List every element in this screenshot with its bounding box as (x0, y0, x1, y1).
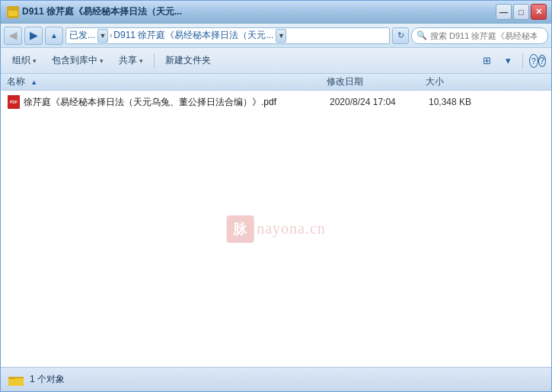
window-icon (7, 6, 19, 18)
watermark-logo-text: 脉 (233, 220, 247, 238)
title-bar-left: D911 徐芹庭《易经秘本择日法（天元... (7, 5, 182, 18)
view-dropdown-button[interactable]: ▾ (499, 52, 517, 70)
breadcrumb-bar: 已发... ▼ › D911 徐芹庭《易经秘本择日法（天元... ▼ (65, 27, 390, 44)
title-bar: D911 徐芹庭《易经秘本择日法（天元... — □ ✕ (1, 1, 551, 24)
status-bar: 1 个对象 (1, 367, 551, 391)
view-icon: ⊞ (483, 55, 491, 66)
file-list: PDF 徐芹庭《易经秘本择日法（天元乌兔、董公择日法合编）》.pdf 2020/… (1, 91, 551, 367)
status-folder-icon (8, 374, 24, 386)
back-button[interactable]: ◀ (4, 27, 22, 45)
watermark-text: nayona.cn (257, 220, 326, 237)
table-row[interactable]: PDF 徐芹庭《易经秘本择日法（天元乌兔、董公择日法合编）》.pdf 2020/… (1, 94, 551, 110)
svg-rect-1 (8, 11, 18, 16)
watermark-logo: 脉 (226, 215, 254, 243)
include-library-button[interactable]: 包含到库中 ▾ (45, 51, 110, 71)
new-folder-label: 新建文件夹 (165, 54, 211, 67)
close-button[interactable]: ✕ (531, 4, 547, 20)
window-controls: — □ ✕ (496, 4, 547, 20)
include-label: 包含到库中 (52, 54, 97, 67)
breadcrumb-dropdown-1[interactable]: ▼ (97, 29, 108, 43)
file-size: 10,348 KB (429, 97, 505, 107)
view-dropdown-icon: ▾ (506, 55, 511, 66)
help-icon: ? (529, 54, 538, 68)
search-icon: 🔍 (416, 30, 427, 40)
refresh-button[interactable]: ↻ (392, 27, 409, 44)
organize-dropdown-icon: ▾ (33, 57, 37, 65)
share-label: 共享 (119, 54, 137, 67)
share-dropdown-icon: ▾ (139, 57, 143, 65)
column-headers: 名称 ▲ 修改日期 大小 (1, 74, 551, 91)
minimize-button[interactable]: — (496, 4, 512, 20)
file-date: 2020/8/24 17:04 (330, 97, 429, 107)
pdf-icon: PDF (8, 95, 20, 109)
col-header-size[interactable]: 大小 (426, 75, 502, 88)
file-icon: PDF (7, 95, 21, 109)
up-icon: ▲ (50, 31, 58, 40)
address-bar: ◀ ▶ ▲ 已发... ▼ › D911 徐芹庭《易经秘本择日法（天元... ▼… (1, 24, 551, 48)
new-folder-button[interactable]: 新建文件夹 (158, 51, 218, 71)
toolbar-separator-2 (522, 53, 523, 69)
include-dropdown-icon: ▾ (100, 57, 104, 65)
svg-rect-2 (10, 8, 13, 10)
explorer-window: D911 徐芹庭《易经秘本择日法（天元... — □ ✕ ◀ ▶ ▲ 已发...… (0, 0, 552, 392)
col-header-name[interactable]: 名称 ▲ (7, 75, 327, 88)
file-list-container: 名称 ▲ 修改日期 大小 PDF 徐芹庭《易经秘本择日法（天元乌兔、董公择日法合… (1, 74, 551, 367)
organize-label: 组织 (12, 54, 30, 67)
col-header-date[interactable]: 修改日期 (327, 75, 426, 88)
forward-icon: ▶ (30, 30, 37, 41)
refresh-icon: ↻ (397, 30, 404, 40)
forward-button[interactable]: ▶ (24, 27, 43, 45)
toolbar-separator (154, 53, 155, 69)
up-button[interactable]: ▲ (45, 27, 63, 45)
watermark: 脉 nayona.cn (226, 215, 326, 243)
search-input[interactable] (430, 31, 537, 40)
help-button[interactable]: ? ? (528, 52, 547, 70)
toolbar-right: ⊞ ▾ ? ? (477, 52, 547, 70)
status-count: 1 个对象 (30, 373, 65, 386)
breadcrumb-dropdown-2[interactable]: ▼ (276, 29, 286, 43)
breadcrumb-item[interactable]: 已发... (69, 29, 95, 42)
help-icon-text: ? (538, 55, 546, 67)
breadcrumb-separator: › (110, 31, 112, 40)
svg-rect-5 (8, 377, 14, 379)
window-title: D911 徐芹庭《易经秘本择日法（天元... (22, 5, 182, 18)
organize-button[interactable]: 组织 ▾ (5, 51, 43, 71)
breadcrumb-current[interactable]: D911 徐芹庭《易经秘本择日法（天元... (113, 29, 273, 42)
share-button[interactable]: 共享 ▾ (112, 51, 150, 71)
maximize-button[interactable]: □ (513, 4, 529, 20)
toolbar: 组织 ▾ 包含到库中 ▾ 共享 ▾ 新建文件夹 ⊞ ▾ ? ? (1, 48, 551, 74)
search-box: 🔍 (411, 27, 548, 44)
back-icon: ◀ (9, 30, 17, 41)
change-view-button[interactable]: ⊞ (477, 52, 496, 70)
svg-rect-4 (8, 378, 24, 386)
file-name: 徐芹庭《易经秘本择日法（天元乌兔、董公择日法合编）》.pdf (24, 96, 330, 109)
sort-ascending-icon: ▲ (30, 78, 37, 86)
